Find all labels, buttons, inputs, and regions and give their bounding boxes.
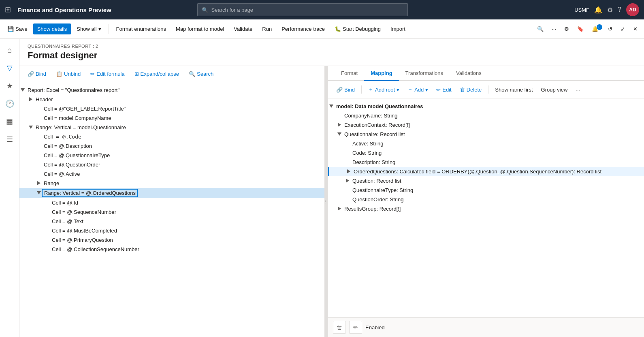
model-item-questionnairetype[interactable]: QuestionnaireType: String <box>328 186 644 195</box>
more-options-button[interactable]: ··· <box>548 23 559 34</box>
tree-item-cell-description[interactable]: Cell = @.Description <box>19 141 324 151</box>
tab-mapping[interactable]: Mapping <box>364 66 399 81</box>
delete-status-button[interactable]: 🗑 <box>333 321 346 334</box>
expand-collapse-button[interactable]: ⊞ Expand/collapse <box>131 69 182 79</box>
global-search-box[interactable]: 🔍 Search for a page <box>197 3 408 16</box>
run-button[interactable]: Run <box>258 23 276 34</box>
notification-badge[interactable]: 🔔0 <box>589 23 603 34</box>
toggle-right-icon[interactable] <box>345 169 352 174</box>
tab-validations[interactable]: Validations <box>450 66 488 81</box>
right-bind-label: Bind <box>344 87 355 93</box>
right-bind-button[interactable]: 🔗 Bind <box>333 85 358 94</box>
tab-format[interactable]: Format <box>335 66 364 81</box>
save-button[interactable]: 💾 Save <box>3 23 32 34</box>
bind-button[interactable]: 🔗 Bind <box>24 69 49 79</box>
user-avatar[interactable]: AD <box>626 3 639 16</box>
start-debugging-button[interactable]: 🐛 Start Debugging <box>331 23 385 34</box>
model-item-description[interactable]: Description: String <box>328 158 644 167</box>
tree-item-text: Cell = @"GER_LABEL:ReportTitle" <box>42 105 127 112</box>
import-button[interactable]: Import <box>386 23 409 34</box>
model-item-questionnaire[interactable]: Questionnaire: Record list <box>328 130 644 139</box>
model-item-text: Description: String <box>351 159 397 166</box>
tree-item-cell-questionorder[interactable]: Cell = @.QuestionOrder <box>19 160 324 169</box>
show-name-first-button[interactable]: Show name first <box>492 85 536 94</box>
settings-icon[interactable]: ⚙ <box>607 6 613 14</box>
model-item-resultsgroup[interactable]: ResultsGroup: Record[!] <box>328 204 644 213</box>
sidebar-icon-star[interactable]: ★ <box>2 78 18 94</box>
settings-cmd-icon[interactable]: ⚙ <box>561 23 572 34</box>
model-tree[interactable]: model: Data model QuestionnairesCompanyN… <box>328 98 644 317</box>
tree-item-cell-mustbecompleted[interactable]: Cell = @.MustBeCompleted <box>19 226 324 235</box>
format-enumerations-button[interactable]: Format enumerations <box>112 23 171 34</box>
sidebar-icon-calendar[interactable]: ▦ <box>2 113 18 130</box>
toggle-right-icon[interactable] <box>28 97 34 102</box>
toggle-right-icon[interactable] <box>344 179 351 183</box>
toggle-right-icon[interactable] <box>336 207 343 211</box>
refresh-icon[interactable]: ↺ <box>605 23 616 34</box>
model-item-orderedquestions[interactable]: OrderedQuestions: Calculated field = ORD… <box>328 167 644 176</box>
model-item-active[interactable]: Active: String <box>328 139 644 148</box>
tree-item-cell-active[interactable]: Cell = @.Active <box>19 169 324 179</box>
tree-item-cell-reporttitle[interactable]: Cell = @"GER_LABEL:ReportTitle" <box>19 104 324 113</box>
edit-status-button[interactable]: ✏ <box>349 321 362 334</box>
model-item-code[interactable]: Code: String <box>328 148 644 158</box>
search-cmd-button[interactable]: 🔍 <box>534 23 547 34</box>
tree-item-text: Cell = @.Description <box>42 143 94 149</box>
sidebar-icon-home[interactable]: ⌂ <box>2 42 18 58</box>
validate-button[interactable]: Validate <box>230 23 256 34</box>
sidebar-icon-clock[interactable]: 🕐 <box>2 96 18 112</box>
group-view-button[interactable]: Group view <box>538 85 571 94</box>
tree-item-cell-collectionsequencenumber[interactable]: Cell = @.CollectionSequenceNumber <box>19 245 324 254</box>
model-item-companyname[interactable]: CompanyName: String <box>328 111 644 120</box>
tree-item-cell-code[interactable]: Cell = @.Code <box>19 132 324 141</box>
tree-item-header[interactable]: Header <box>19 95 324 104</box>
show-all-button[interactable]: Show all ▾ <box>73 23 105 34</box>
command-bar: 💾 Save Show details Show all ▾ Format en… <box>0 19 644 39</box>
tree-item-range-resultsgroup[interactable]: Range <box>19 179 324 188</box>
unbind-button[interactable]: 📋 Unbind <box>53 69 84 79</box>
toggle-down-icon[interactable] <box>36 191 42 195</box>
sidebar-icon-list[interactable]: ☰ <box>2 131 18 147</box>
toggle-down-icon[interactable] <box>336 132 343 137</box>
delete-button[interactable]: 🗑 Delete <box>456 85 485 94</box>
tree-item-cell-id[interactable]: Cell = @.Id <box>19 198 324 207</box>
notification-icon[interactable]: 🔔 <box>594 6 602 14</box>
model-item-model-root[interactable]: model: Data model Questionnaires <box>328 102 644 111</box>
edit-formula-button[interactable]: ✏ Edit formula <box>87 69 128 79</box>
toggle-right-icon[interactable] <box>36 181 42 186</box>
tree-item-cell-primaryquestion[interactable]: Cell = @.PrimaryQuestion <box>19 235 324 245</box>
tree-item-root[interactable]: Report: Excel = "Questionnaires report" <box>19 85 324 95</box>
panel-drag-handle[interactable] <box>325 66 328 337</box>
toggle-down-icon[interactable] <box>19 88 26 92</box>
toggle-down-icon[interactable] <box>328 104 335 109</box>
model-item-questionorder[interactable]: QuestionOrder: String <box>328 195 644 204</box>
tree-item-cell-sequencenumber[interactable]: Cell = @.SequenceNumber <box>19 207 324 217</box>
sidebar-icon-filter[interactable]: ▽ <box>2 60 18 76</box>
show-details-button[interactable]: Show details <box>33 23 71 34</box>
add-button[interactable]: ＋ Add ▾ <box>404 84 431 95</box>
tree-item-range-questionnaire[interactable]: Range: Vertical = model.Questionnaire <box>19 123 324 132</box>
model-item-question[interactable]: Question: Record list <box>328 176 644 186</box>
map-format-to-model-button[interactable]: Map format to model <box>172 23 228 34</box>
close-icon[interactable]: ✕ <box>630 23 641 34</box>
popout-icon[interactable]: ⤢ <box>617 23 628 34</box>
bookmark-icon[interactable]: 🔖 <box>574 23 587 34</box>
performance-trace-button[interactable]: Performance trace <box>277 23 329 34</box>
format-tree[interactable]: Report: Excel = "Questionnaires report"H… <box>19 82 324 337</box>
delete-icon: 🗑 <box>460 87 465 93</box>
help-icon[interactable]: ? <box>618 6 621 13</box>
grid-icon[interactable]: ⊞ <box>5 5 11 14</box>
tree-item-cell-questionnairetype[interactable]: Cell = @.QuestionnaireType <box>19 151 324 160</box>
search-button[interactable]: 🔍 Search <box>186 69 217 79</box>
edit-button[interactable]: ✏ Edit <box>433 85 454 94</box>
model-item-executioncontext[interactable]: ExecutionContext: Record[!] <box>328 120 644 130</box>
tab-transformations[interactable]: Transformations <box>399 66 450 81</box>
tree-item-cell-companyname[interactable]: Cell = model.CompanyName <box>19 113 324 123</box>
right-more-button[interactable]: ··· <box>572 85 583 94</box>
toggle-right-icon[interactable] <box>336 123 343 128</box>
add-root-button[interactable]: ＋ Add root ▾ <box>365 84 403 95</box>
toggle-down-icon[interactable] <box>28 125 34 130</box>
tree-item-cell-text[interactable]: Cell = @.Text <box>19 217 324 226</box>
tree-item-range-question[interactable]: Range: Vertical = @.OrderedQuestions <box>19 188 324 198</box>
left-panel: 🔗 Bind 📋 Unbind ✏ Edit formula ⊞ Expand/… <box>19 66 325 337</box>
